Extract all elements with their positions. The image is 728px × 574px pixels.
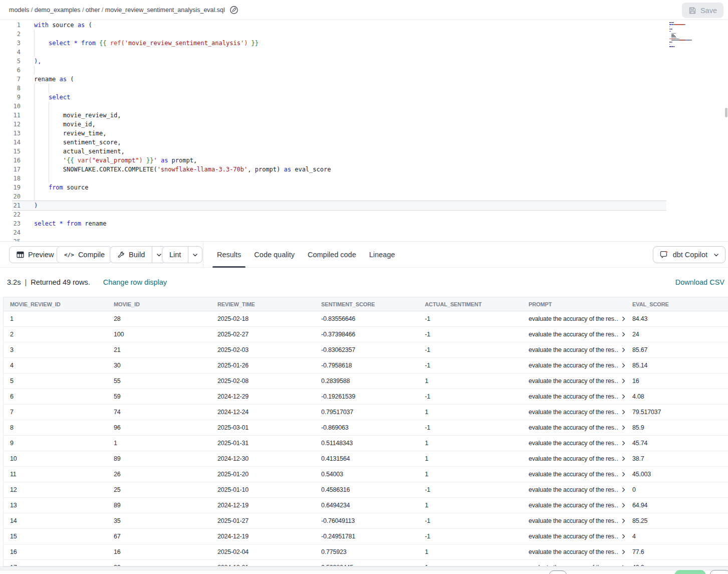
line-number: 10 [0,102,21,111]
expand-cell-icon[interactable] [622,316,626,321]
line-number: 24 [0,228,21,237]
save-icon [688,7,696,15]
expand-cell-icon[interactable] [622,534,626,539]
results-status-bar: 3.2s | Returned 49 rows. Change row disp… [0,268,728,297]
toolbar-divider [203,242,203,268]
tab-results[interactable]: Results [210,242,248,268]
prompt-cell: evaluate the accuracy of the res… [522,455,626,462]
code-line: review_time, [34,129,107,138]
minimap[interactable] [669,22,725,52]
code-line: actual_sentiment, [34,147,125,156]
cell: 2024-12-30 [211,455,315,462]
bottom-partial-button-1[interactable] [549,570,567,574]
expand-cell-icon[interactable] [622,472,626,477]
code-editor[interactable]: 1234567891011121314151617181920212223242… [0,21,728,242]
bottom-partial-green-button[interactable] [674,570,706,574]
line-number: 3 [0,39,21,48]
compile-button[interactable]: </> Compile [57,246,112,263]
prompt-cell: evaluate the accuracy of the res… [522,377,626,385]
cell: -1 [418,486,522,493]
table-row: 6592024-12-29-0.19261539-1evaluate the a… [4,389,728,405]
expand-cell-icon[interactable] [622,441,626,446]
cell: 2025-01-26 [211,362,315,369]
expand-cell-icon[interactable] [622,394,626,399]
wrench-icon [117,251,125,259]
expand-cell-icon[interactable] [622,549,626,554]
table-row: 1282025-02-18-0.83556646-1evaluate the a… [4,311,728,327]
breadcrumb-separator: / [80,7,85,14]
breadcrumb-item[interactable]: other [86,7,100,14]
cell: -1 [418,517,522,524]
line-number: 12 [0,120,21,129]
expand-cell-icon[interactable] [622,456,626,461]
table-row: 17992024-12-210.503804451evaluate the ac… [4,560,728,566]
column-header: ACTUAL_SENTIMENT [418,301,522,307]
save-button[interactable]: Save [682,3,723,18]
expand-cell-icon[interactable] [622,425,626,430]
expand-cell-icon[interactable] [622,347,626,352]
cell: 0.4131564 [315,455,418,462]
cell: 2 [4,331,107,338]
code-line: movie_id, [34,120,96,129]
breadcrumb-item[interactable]: demo_examples [35,7,81,14]
tab-lineage[interactable]: Lineage [363,242,402,268]
preview-button[interactable]: Preview [9,246,62,263]
prompt-cell: evaluate the accuracy of the res… [522,315,626,322]
cell: 1 [418,455,522,462]
cell: 74 [107,409,211,416]
action-bar: Preview </> Compile Build [0,242,728,268]
expand-cell-icon[interactable] [622,332,626,337]
indent-guide [49,84,49,93]
expand-cell-icon[interactable] [622,487,626,492]
read-only-icon[interactable] [229,6,238,15]
cell: 79.517037 [626,409,728,416]
prompt-text: evaluate the accuracy of the res… [529,455,618,462]
cell: 16 [626,377,728,385]
cell: 15 [4,533,107,540]
breadcrumb-item[interactable]: movie_review_sentiment_analysis_eval.sql [105,7,225,14]
prompt-text: evaluate the accuracy of the res… [529,362,618,369]
code-line: SNOWFLAKE.CORTEX.COMPLETE('snowflake-lla… [34,165,331,174]
line-number: 13 [0,129,21,138]
build-button[interactable]: Build [110,247,152,263]
expand-cell-icon[interactable] [622,518,626,523]
cell: 45.74 [626,440,728,447]
table-row: 7742024-12-240.795170371evaluate the acc… [4,405,728,420]
column-header: EVAL_SCORE [626,301,728,307]
cell: -0.869063 [315,424,418,431]
line-number: 7 [0,75,21,84]
editor-scrollbar[interactable] [725,108,727,117]
expand-cell-icon[interactable] [622,410,626,415]
expand-cell-icon[interactable] [622,503,626,508]
breadcrumb-item[interactable]: models [9,7,29,14]
cell: -1 [418,315,522,322]
dbt-copilot-button[interactable]: dbt Copilot [653,246,725,263]
prompt-text: evaluate the accuracy of the res… [529,377,618,385]
download-csv-link[interactable]: Download CSV [675,268,724,297]
lint-label: Lint [169,251,181,259]
tab-compiled-code[interactable]: Compiled code [301,242,363,268]
bottom-partial-button-2[interactable] [710,570,728,574]
table-row: 5552025-02-080.28395881evaluate the accu… [4,373,728,389]
change-row-display-link[interactable]: Change row display [103,278,167,286]
status-divider: | [25,278,27,286]
prompt-text: evaluate the accuracy of the res… [529,471,618,478]
lint-dropdown-button[interactable] [188,247,202,263]
expand-cell-icon[interactable] [622,363,626,368]
prompt-cell: evaluate the accuracy of the res… [522,346,626,353]
expand-cell-icon[interactable] [622,378,626,384]
prompt-cell: evaluate the accuracy of the res… [522,331,626,338]
breadcrumb-separator: / [100,7,105,14]
table-row: 3212025-02-03-0.83062357-1evaluate the a… [4,342,728,358]
table-row: 11262025-01-200.540031evaluate the accur… [4,467,728,482]
cell: 38.7 [626,455,728,462]
prompt-cell: evaluate the accuracy of the res… [522,362,626,369]
cell: 1 [418,440,522,447]
cell: 45.003 [626,471,728,478]
table-row: 4302025-01-26-0.7958618-1evaluate the ac… [4,358,728,373]
table-row: 13892024-12-190.64942341evaluate the acc… [4,498,728,513]
compile-label: Compile [78,251,105,259]
cell: -0.76049113 [315,517,418,524]
lint-button[interactable]: Lint [162,247,188,263]
tab-code-quality[interactable]: Code quality [248,242,301,268]
